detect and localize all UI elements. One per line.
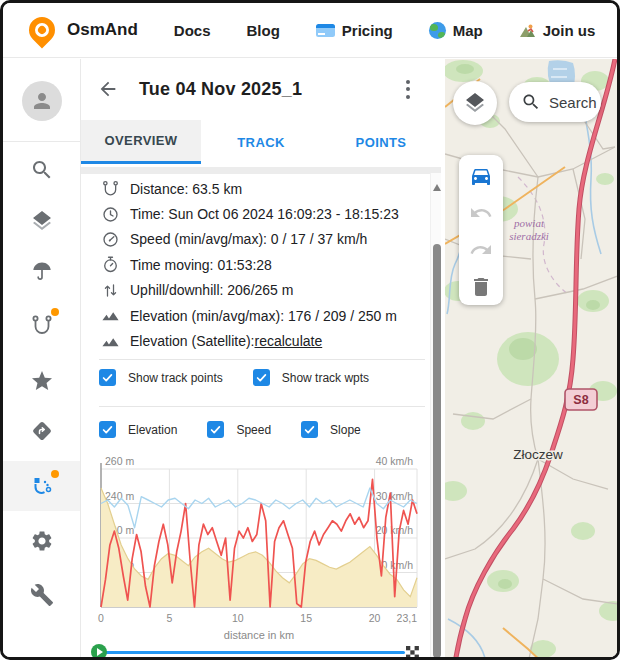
search-label: Search	[549, 94, 597, 111]
sidebar-item-account[interactable]	[3, 81, 81, 121]
svg-text:5: 5	[166, 612, 172, 624]
stat-text: Elevation (min/avg/max): 176 / 209 / 250…	[130, 308, 397, 324]
brand-name: OsmAnd	[67, 20, 138, 40]
divider	[99, 359, 425, 360]
nav-link-label: Blog	[247, 22, 280, 39]
redo-button[interactable]	[459, 231, 503, 268]
slider-end-handle[interactable]	[406, 645, 419, 658]
stat-row: Elevation (min/avg/max): 176 / 209 / 250…	[81, 303, 427, 328]
nav-link-docs[interactable]: Docs	[174, 22, 211, 39]
stat-row: Elevation (Satellite): recalculate	[81, 328, 427, 353]
speed-icon	[101, 230, 120, 249]
sidebar-item-navigation[interactable]	[3, 413, 81, 449]
sidebar-item-layers[interactable]	[3, 203, 81, 239]
map-search-button[interactable]: Search	[509, 82, 601, 122]
tab-track[interactable]: TRACK	[201, 120, 321, 164]
slider-track[interactable]	[99, 651, 405, 654]
sidebar-item-settings[interactable]	[3, 523, 81, 559]
checkbox-show-track-points[interactable]	[99, 369, 116, 386]
sidebar-divider	[3, 141, 81, 142]
checkbox-item: Speed	[207, 421, 271, 438]
elevation-chart[interactable]: 260 m40 km/h240 m30 km/h220 m20 km/h200 …	[87, 457, 431, 641]
mountain-icon	[101, 332, 120, 351]
more-options-button[interactable]	[393, 80, 423, 99]
undo-icon	[469, 201, 493, 225]
globe-icon	[429, 22, 446, 39]
osmand-web-app: OsmAnd Docs Blog Pricing Map Join us	[0, 0, 620, 660]
stat-text: Time: Sun Oct 06 2024 16:09:23 - 18:15:2…	[130, 206, 399, 222]
navigation-icon	[30, 419, 54, 443]
sidebar-item-tracks[interactable]	[3, 468, 81, 504]
nav-link-blog[interactable]: Blog	[247, 22, 280, 39]
panel-header: Tue 04 Nov 2025_1	[81, 59, 441, 119]
top-navbar: OsmAnd Docs Blog Pricing Map Join us	[3, 3, 617, 58]
tab-overview[interactable]: OVERVIEW	[81, 120, 201, 164]
sidebar-item-plan-route[interactable]	[3, 307, 81, 343]
track-title: Tue 04 Nov 2025_1	[139, 79, 393, 100]
sidebar-item-favorites[interactable]	[3, 363, 81, 399]
layers-icon	[463, 91, 487, 115]
star-icon	[30, 369, 54, 393]
slider-start-handle[interactable]	[91, 644, 107, 660]
svg-text:40 km/h: 40 km/h	[376, 457, 414, 467]
checkbox-item: Elevation	[99, 421, 177, 438]
map-layers-button[interactable]	[453, 81, 497, 125]
scroll-up-button[interactable]	[432, 181, 441, 191]
sidebar-item-weather[interactable]	[3, 253, 81, 289]
sidebar-item-search[interactable]	[3, 152, 81, 188]
stat-row: Uphill/downhill: 206/265 m	[81, 278, 427, 303]
map-area[interactable]: S8 powiat sieradzki Złoczew Search	[445, 59, 617, 657]
stat-text: Elevation (Satellite):	[130, 333, 255, 349]
osmand-logo-icon[interactable]	[24, 12, 61, 49]
svg-text:260 m: 260 m	[105, 457, 134, 467]
search-icon	[30, 158, 54, 182]
checkbox-speed[interactable]	[207, 421, 224, 438]
wrench-icon	[30, 583, 54, 607]
checkbox-item: Show track points	[99, 369, 223, 386]
nav-links: Docs Blog Pricing Map Join us	[174, 22, 595, 39]
tab-points[interactable]: POINTS	[321, 120, 441, 164]
scrollbar-thumb[interactable]	[433, 244, 441, 658]
pricing-card-icon	[316, 24, 335, 37]
checkbox-elevation[interactable]	[99, 421, 116, 438]
tracks-icon	[30, 474, 54, 498]
back-button[interactable]	[97, 78, 119, 100]
panel-scrollbar	[430, 173, 441, 657]
map-canvas[interactable]: S8 powiat sieradzki Złoczew	[445, 59, 620, 660]
back-arrow-icon	[97, 78, 119, 100]
nav-link-join-us[interactable]: Join us	[519, 22, 596, 39]
svg-text:23,1: 23,1	[397, 612, 418, 624]
recalculate-link[interactable]: recalculate	[255, 333, 323, 349]
nav-link-label: Pricing	[342, 22, 393, 39]
town-label: Złoczew	[513, 447, 563, 462]
track-range-slider	[91, 642, 427, 660]
svg-text:0: 0	[98, 612, 104, 624]
join-us-icon	[519, 22, 536, 39]
nav-link-map[interactable]: Map	[429, 22, 483, 39]
checkbox-item: Slope	[301, 421, 361, 438]
route-icon	[101, 179, 120, 198]
notification-dot	[51, 308, 59, 316]
nav-link-pricing[interactable]: Pricing	[316, 22, 393, 39]
checkbox-item: Show track wpts	[253, 369, 369, 386]
stat-row: Time: Sun Oct 06 2024 16:09:23 - 18:15:2…	[81, 201, 427, 226]
chart-series-checkbox-row: ElevationSpeedSlope	[99, 421, 391, 438]
track-stats-list: Distance: 63.5 kmTime: Sun Oct 06 2024 1…	[81, 176, 427, 354]
undo-button[interactable]	[459, 194, 503, 231]
checkbox-show-track-wpts[interactable]	[253, 369, 270, 386]
person-icon	[22, 81, 62, 121]
region-label: sieradzki	[509, 230, 549, 242]
nav-link-label: Docs	[174, 22, 211, 39]
checkbox-label: Show track wpts	[282, 371, 369, 385]
profile-car-button[interactable]	[459, 157, 503, 194]
elevation-chart-canvas: 260 m40 km/h240 m30 km/h220 m20 km/h200 …	[87, 457, 431, 641]
checkbox-label: Show track points	[128, 371, 223, 385]
trash-icon	[469, 275, 493, 299]
svg-text:30 km/h: 30 km/h	[376, 490, 414, 502]
stat-text: Uphill/downhill: 206/265 m	[130, 282, 293, 298]
updown-icon	[101, 281, 120, 300]
sidebar-item-tools[interactable]	[3, 577, 81, 613]
car-icon	[469, 164, 493, 188]
delete-button[interactable]	[459, 268, 503, 305]
checkbox-slope[interactable]	[301, 421, 318, 438]
